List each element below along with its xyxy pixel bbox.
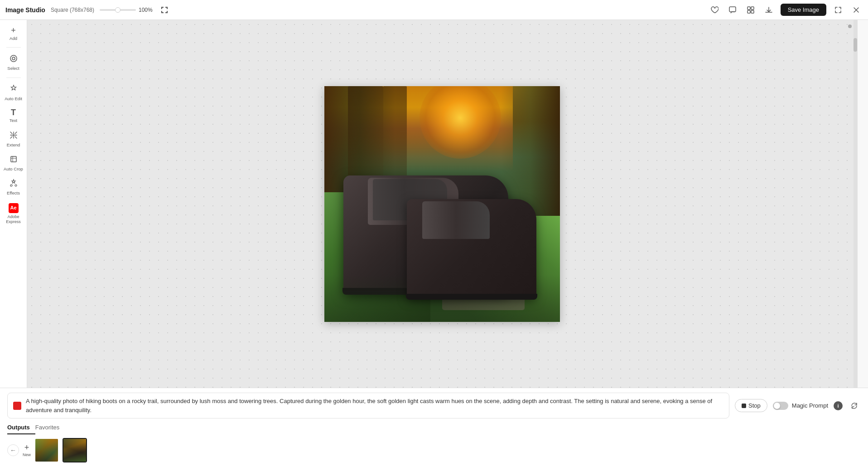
refresh-button[interactable] bbox=[848, 399, 861, 412]
add-new-label: New bbox=[23, 452, 31, 457]
svg-point-16 bbox=[10, 185, 12, 186]
right-panel bbox=[857, 20, 868, 388]
close-button[interactable] bbox=[850, 4, 863, 16]
thumbnails-row: ← + New bbox=[7, 434, 861, 462]
svg-rect-9 bbox=[747, 7, 750, 10]
svg-rect-15 bbox=[11, 156, 16, 162]
prompt-indicator bbox=[13, 402, 21, 410]
prompt-row: A high-quality photo of hiking boots on … bbox=[7, 393, 861, 418]
thumbnail-2[interactable] bbox=[63, 438, 87, 462]
auto-edit-icon bbox=[9, 84, 18, 95]
sidebar-item-label: Effects bbox=[7, 190, 20, 195]
download-button[interactable] bbox=[762, 4, 775, 16]
sidebar-item-label: Add bbox=[10, 36, 17, 41]
outputs-tabs: Outputs Favorites bbox=[7, 422, 65, 434]
zoom-slider[interactable] bbox=[100, 9, 136, 11]
tab-favorites[interactable]: Favorites bbox=[35, 422, 65, 434]
canvas-scrollbar[interactable] bbox=[854, 20, 857, 388]
heart-button[interactable] bbox=[708, 4, 721, 16]
add-new-button[interactable]: + New bbox=[23, 443, 31, 457]
sidebar-item-select[interactable]: Select bbox=[2, 51, 25, 73]
extend-icon bbox=[9, 131, 18, 141]
svg-point-13 bbox=[10, 55, 17, 62]
app-title: Image Studio bbox=[5, 6, 45, 14]
svg-rect-8 bbox=[729, 7, 736, 12]
save-image-button[interactable]: Save Image bbox=[781, 4, 826, 16]
main-layout: + Add Select Auto Edit T Text Extend bbox=[0, 20, 868, 388]
select-icon bbox=[9, 54, 18, 64]
sidebar-item-add[interactable]: + Add bbox=[2, 24, 25, 44]
thumbnail-1[interactable] bbox=[34, 438, 59, 462]
topbar-actions: Save Image bbox=[708, 4, 863, 16]
sidebar-divider-2 bbox=[6, 78, 21, 78]
scrollbar-thumb[interactable] bbox=[854, 38, 857, 52]
magic-prompt-label: Magic Prompt bbox=[792, 402, 828, 409]
comment-button[interactable] bbox=[726, 4, 739, 16]
sidebar-item-effects[interactable]: Effects bbox=[2, 176, 25, 198]
svg-rect-7 bbox=[167, 11, 168, 13]
sidebar-item-adobe-express[interactable]: Ae AdobeExpress bbox=[2, 200, 25, 227]
sidebar-item-text[interactable]: T Text bbox=[2, 106, 25, 126]
left-sidebar: + Add Select Auto Edit T Text Extend bbox=[0, 20, 27, 388]
tab-outputs[interactable]: Outputs bbox=[7, 422, 35, 434]
canvas-size: Square (768x768) bbox=[51, 7, 94, 13]
scroll-indicator bbox=[848, 24, 852, 28]
prompt-input-container[interactable]: A high-quality photo of hiking boots on … bbox=[7, 393, 729, 418]
expand-button[interactable] bbox=[832, 4, 844, 16]
canvas-area: ⛰ bbox=[27, 20, 857, 388]
effects-icon bbox=[9, 179, 18, 189]
add-new-plus-icon: + bbox=[24, 443, 29, 452]
fit-view-button[interactable] bbox=[158, 4, 171, 16]
info-button[interactable]: i bbox=[834, 401, 843, 410]
thumbnail-1-image bbox=[35, 439, 58, 462]
svg-rect-11 bbox=[747, 10, 750, 13]
outputs-row: Outputs Favorites bbox=[7, 418, 861, 434]
svg-rect-10 bbox=[751, 7, 754, 10]
sidebar-item-label: AdobeExpress bbox=[6, 214, 21, 224]
stop-button[interactable]: Stop bbox=[735, 399, 767, 412]
sidebar-item-auto-edit[interactable]: Auto Edit bbox=[2, 82, 25, 104]
zoom-slider-thumb bbox=[115, 7, 121, 13]
zoom-percent: 100% bbox=[139, 7, 153, 13]
stop-icon bbox=[742, 404, 746, 408]
canvas-image-container: ⛰ bbox=[324, 86, 560, 322]
sidebar-item-extend[interactable]: Extend bbox=[2, 128, 25, 150]
sidebar-item-label: Auto Edit bbox=[5, 96, 22, 101]
auto-crop-icon bbox=[9, 155, 18, 165]
toggle-knob bbox=[774, 403, 780, 409]
sidebar-item-label: Auto Crop bbox=[4, 166, 23, 171]
nav-prev-button[interactable]: ← bbox=[7, 444, 19, 456]
zoom-slider-container[interactable]: 100% bbox=[100, 7, 153, 13]
sidebar-item-label: Select bbox=[7, 66, 19, 71]
layout-button[interactable] bbox=[744, 4, 757, 16]
sidebar-divider-1 bbox=[6, 47, 21, 48]
svg-rect-12 bbox=[751, 10, 754, 13]
sidebar-item-auto-crop[interactable]: Auto Crop bbox=[2, 152, 25, 174]
add-icon: + bbox=[11, 26, 16, 34]
adobe-express-icon: Ae bbox=[9, 203, 19, 213]
svg-point-17 bbox=[15, 185, 17, 186]
topbar: Image Studio Square (768x768) 100% bbox=[0, 0, 868, 20]
svg-rect-1 bbox=[161, 7, 162, 9]
sidebar-item-label: Text bbox=[10, 118, 17, 123]
svg-rect-5 bbox=[161, 11, 162, 13]
svg-rect-3 bbox=[167, 7, 168, 9]
stop-label: Stop bbox=[748, 402, 761, 409]
magic-prompt-container: Magic Prompt bbox=[773, 402, 828, 410]
canvas-image: ⛰ bbox=[324, 86, 560, 322]
text-icon: T bbox=[11, 108, 16, 117]
bottom-bar: A high-quality photo of hiking boots on … bbox=[0, 388, 868, 467]
svg-point-14 bbox=[12, 57, 15, 60]
sidebar-item-label: Extend bbox=[7, 142, 20, 147]
magic-prompt-toggle[interactable] bbox=[773, 402, 788, 410]
prompt-text: A high-quality photo of hiking boots on … bbox=[26, 397, 723, 414]
thumbnail-2-image bbox=[63, 439, 86, 462]
